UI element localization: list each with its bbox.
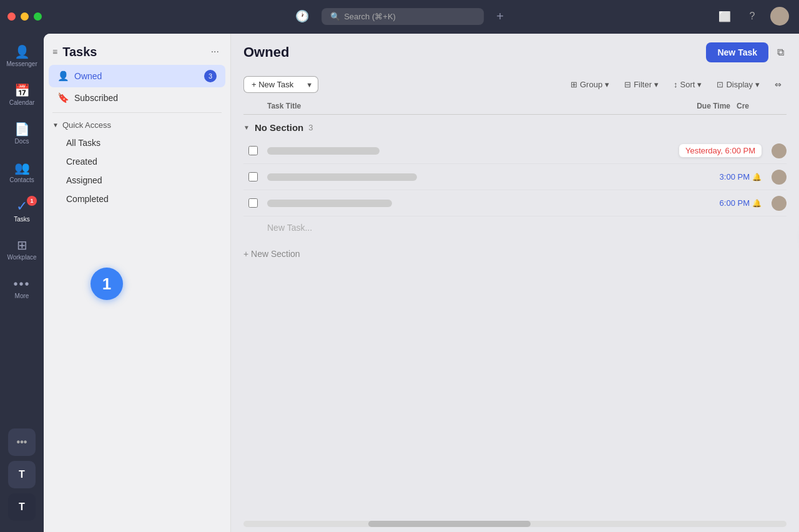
add-button[interactable]: + [494, 7, 506, 26]
nav-item-assigned[interactable]: Assigned [49, 171, 225, 190]
sort-icon: ↕ [674, 80, 678, 89]
collapse-button[interactable]: ≡ [52, 47, 57, 57]
completed-label: Completed [66, 194, 109, 204]
quick-access-header[interactable]: ▼ Quick Access [44, 117, 230, 133]
compose-button[interactable]: ••• [8, 428, 36, 456]
nav-item-label: Owned [74, 71, 102, 81]
task-avatar-3 [772, 196, 787, 211]
chevron-down-icon: ▾ [654, 80, 659, 89]
task-title-2 [262, 173, 630, 181]
bell-icon: 🔔 [752, 199, 762, 208]
horizontal-scrollbar[interactable] [243, 521, 787, 527]
add-task-wrapper: + New Task ▼ [243, 76, 318, 93]
new-section-label: + New Section [243, 249, 300, 259]
main-area: 👤 Messenger 📅 Calendar 📄 Docs 👥 Contacts… [0, 32, 799, 532]
col-created-header: Cre [737, 102, 787, 110]
sidebar-item-label: Messenger [6, 60, 37, 67]
due-time-label: 3:00 PM [720, 172, 750, 181]
task-title-placeholder [267, 147, 380, 155]
group-button[interactable]: ⊞ Group ▾ [566, 77, 614, 92]
docs-icon: 📄 [14, 123, 30, 135]
sidebar-item-label: Tasks [14, 216, 30, 223]
app-icon-2[interactable]: T [8, 493, 36, 521]
toolbar: + New Task ▼ ⊞ Group ▾ ⊟ Filter ▾ ↕ Sort [231, 71, 799, 98]
quick-access-label: Quick Access [62, 120, 111, 130]
app-window: 1 ≡ Tasks ··· 👤 Owned 3 🔖 Subscribed ▼ Q… [44, 34, 799, 532]
task-avatar-1 [772, 143, 787, 158]
new-task-header-button[interactable]: New Task [706, 42, 768, 62]
subscribed-icon: 🔖 [57, 92, 69, 104]
table-row: 6:00 PM 🔔 [243, 190, 787, 216]
owned-icon: 👤 [57, 70, 69, 82]
sidebar-item-messenger[interactable]: 👤 Messenger [2, 37, 42, 75]
table-row: 3:00 PM 🔔 [243, 164, 787, 190]
created-label: Created [66, 157, 97, 167]
nav-item-owned[interactable]: 👤 Owned 3 [49, 65, 225, 87]
task-due-3: 6:00 PM 🔔 [630, 198, 768, 208]
avatar[interactable] [770, 7, 789, 26]
calendar-icon: 📅 [14, 84, 30, 97]
titlebar-center: 🕐 🔍 Search (⌘+K) + [293, 7, 506, 26]
display-icon: ⊡ [717, 80, 723, 89]
search-bar[interactable]: 🔍 Search (⌘+K) [321, 8, 484, 25]
traffic-lights [7, 12, 42, 21]
panel-menu-button[interactable]: ··· [208, 44, 222, 60]
col-title-header: Task Title [262, 102, 599, 110]
sidebar-item-more[interactable]: ••• More [2, 269, 42, 307]
chevron-down-icon: ▼ [52, 122, 59, 128]
help-button[interactable]: ? [743, 7, 762, 26]
messenger-icon: 👤 [14, 46, 30, 58]
group-icon: ⊞ [571, 80, 577, 89]
right-header: Owned New Task ⧉ [231, 34, 799, 71]
columns-icon: ⇔ [775, 80, 782, 89]
nav-item-completed[interactable]: Completed [49, 190, 225, 208]
task-checkbox-1[interactable] [243, 146, 262, 155]
left-panel: 1 ≡ Tasks ··· 👤 Owned 3 🔖 Subscribed ▼ Q… [44, 34, 231, 532]
sidebar-item-label: Contacts [9, 177, 34, 183]
screen-share-button[interactable]: ⬜ [715, 7, 734, 26]
task-due-1: Yesterday, 6:00 PM [630, 144, 768, 157]
tasks-icon: ✓ [16, 200, 27, 213]
new-section-row[interactable]: + New Section [243, 239, 787, 264]
app-icon-1[interactable]: T [8, 461, 36, 488]
nav-item-all-tasks[interactable]: All Tasks [49, 133, 225, 152]
checkbox-input-2[interactable] [248, 172, 258, 181]
add-task-dropdown-button[interactable]: ▼ [301, 76, 318, 93]
display-button[interactable]: ⊡ Display ▾ [712, 77, 765, 92]
task-checkbox-2[interactable] [243, 172, 262, 181]
sidebar-item-tasks[interactable]: 1 ✓ Tasks [2, 192, 42, 230]
add-task-button[interactable]: + New Task [243, 76, 301, 93]
checkbox-input-1[interactable] [248, 146, 258, 155]
sidebar-item-label: Docs [15, 138, 29, 145]
bell-icon: 🔔 [752, 173, 762, 181]
new-task-placeholder[interactable]: New Task... [243, 216, 787, 239]
fullscreen-button[interactable] [34, 12, 42, 21]
all-tasks-label: All Tasks [66, 138, 100, 148]
contacts-icon: 👥 [14, 162, 30, 174]
history-button[interactable]: 🕐 [293, 7, 311, 26]
task-title-placeholder [267, 173, 417, 181]
sidebar-item-label: Calendar [9, 99, 35, 106]
columns-button[interactable]: ⇔ [770, 77, 787, 92]
search-placeholder: Search (⌘+K) [344, 12, 396, 21]
task-avatar-2 [772, 170, 787, 185]
scrollbar-thumb[interactable] [368, 521, 531, 527]
sidebar-item-docs[interactable]: 📄 Docs [2, 115, 42, 152]
sidebar-item-calendar[interactable]: 📅 Calendar [2, 76, 42, 114]
filter-button[interactable]: ⊟ Filter ▾ [619, 77, 664, 92]
task-checkbox-3[interactable] [243, 198, 262, 208]
task-title-3 [262, 200, 630, 207]
sidebar-item-workplace[interactable]: ⊞ Workplace [2, 231, 42, 268]
split-view-button[interactable]: ⧉ [775, 44, 787, 60]
close-button[interactable] [7, 12, 16, 21]
workplace-icon: ⊞ [17, 239, 27, 251]
nav-item-created[interactable]: Created [49, 152, 225, 171]
minimize-button[interactable] [21, 12, 29, 21]
table-row: Yesterday, 6:00 PM [243, 138, 787, 164]
sort-button[interactable]: ↕ Sort ▾ [669, 77, 707, 92]
checkbox-input-3[interactable] [248, 198, 258, 208]
sidebar-item-contacts[interactable]: 👥 Contacts [2, 153, 42, 191]
nav-item-subscribed[interactable]: 🔖 Subscribed [49, 87, 225, 109]
sidebar-dock: 👤 Messenger 📅 Calendar 📄 Docs 👥 Contacts… [0, 32, 44, 532]
left-panel-header: ≡ Tasks ··· [44, 34, 230, 65]
